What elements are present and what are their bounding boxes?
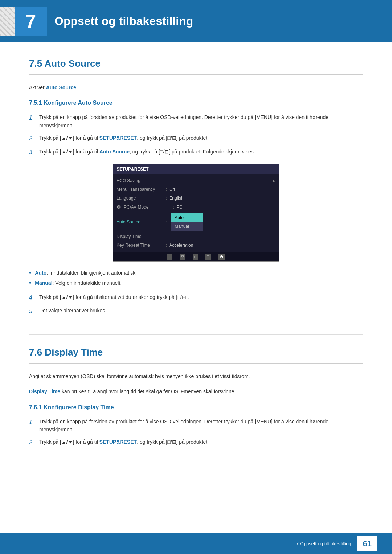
step-text-4: Trykk på [▲/▼] for å gå til alternativet… <box>39 293 189 303</box>
section-75-heading: 7.5 Auto Source <box>29 57 363 75</box>
footer-page-number: 61 <box>357 536 377 551</box>
step-76-num-2: 2 <box>29 438 35 447</box>
step-76-num-1: 1 <box>29 418 35 434</box>
step-76-text-1: Trykk på en knapp på forsiden av produkt… <box>39 418 363 434</box>
section-75: 7.5 Auto Source Aktiver Auto Source. 7.5… <box>29 57 363 316</box>
osd-menu: ECO Saving ▶ Menu Transparency : Off Lan… <box>113 174 279 252</box>
section-divider <box>29 334 363 335</box>
steps-list-75: 1 Trykk på en knapp på forsiden av produ… <box>29 113 363 157</box>
intro-suffix: . <box>76 85 78 90</box>
section-76-intro1: Angi at skjermmenyen (OSD) skal forsvinn… <box>29 372 363 380</box>
step-76-2: 2 Trykk på [▲/▼] for å gå til SETUP&RESE… <box>29 438 363 447</box>
step-75-1: 1 Trykk på en knapp på forsiden av produ… <box>29 113 363 130</box>
osd-row-pcav: ⚙ PC/AV Mode : PC <box>113 202 279 212</box>
page-footer: 7 Oppsett og tilbakestilling 61 <box>0 533 392 554</box>
main-content: 7.5 Auto Source Aktiver Auto Source. 7.5… <box>0 57 392 495</box>
header-stripe <box>0 7 15 36</box>
step-num-4: 4 <box>29 293 35 303</box>
osd-screenshot: SETUP&RESET ECO Saving ▶ Menu Transparen… <box>113 164 279 262</box>
bullet-list-75: • Auto: Inndatakilden blir gjenkjent aut… <box>29 269 363 287</box>
section-75-intro: Aktiver Auto Source. <box>29 83 363 91</box>
subsection-761-heading: 7.6.1 Konfigurere Display Time <box>29 403 363 412</box>
footer-text: 7 Oppsett og tilbakestilling <box>296 540 351 547</box>
step-text-3: Trykk på [▲/▼] for å gå til Auto Source,… <box>39 148 255 157</box>
step-75-5: 5 Det valgte alternativet brukes. <box>29 307 363 316</box>
subsection-751-heading: 7.5.1 Konfigurere Auto Source <box>29 99 363 107</box>
osd-dropdown-auto: Auto <box>171 213 203 222</box>
display-time-text: kan brukes til å angi hvor lang tid det … <box>60 389 236 394</box>
osd-row-auto-source: Auto Source : Auto Manual <box>113 212 279 232</box>
steps-list-76: 1 Trykk på en knapp på forsiden av produ… <box>29 418 363 447</box>
step-num-1: 1 <box>29 113 35 130</box>
step-76-text-2: Trykk på [▲/▼] for å gå til SETUP&RESET,… <box>39 438 209 447</box>
chapter-header: 7 Oppsett og tilbakestilling <box>0 0 392 42</box>
subsection-751: 7.5.1 Konfigurere Auto Source 1 Trykk på… <box>29 99 363 316</box>
osd-row-menu-transparency: Menu Transparency : Off <box>113 185 279 194</box>
step-text-5: Det valgte alternativet brukes. <box>39 307 106 316</box>
section-76-intro2: Display Time kan brukes til å angi hvor … <box>29 387 363 395</box>
step-75-4: 4 Trykk på [▲/▼] for å gå til alternativ… <box>29 293 363 303</box>
osd-btn-2: ▽ <box>180 254 185 260</box>
display-time-bold: Display Time <box>29 389 60 394</box>
osd-btn-1: □ <box>167 254 172 260</box>
osd-row-display-time: Display Time <box>113 232 279 241</box>
osd-btn-4: ⊟ <box>205 254 211 260</box>
step-75-2: 2 Trykk på [▲/▼] for å gå til SETUP&RESE… <box>29 134 363 143</box>
osd-title-bar: SETUP&RESET <box>113 164 279 174</box>
step-text-1: Trykk på en knapp på forsiden av produkt… <box>39 113 363 130</box>
osd-bottom-bar: □ ▽ □ ⊟ ⏻ <box>113 252 279 261</box>
subsection-761: 7.6.1 Konfigurere Display Time 1 Trykk p… <box>29 403 363 447</box>
step-75-3: 3 Trykk på [▲/▼] for å gå til Auto Sourc… <box>29 148 363 157</box>
steps-list-75b: 4 Trykk på [▲/▼] for å gå til alternativ… <box>29 293 363 316</box>
osd-btn-3: □ <box>193 254 198 260</box>
osd-btn-5: ⏻ <box>218 254 225 260</box>
chapter-number-box: 7 <box>15 7 47 36</box>
bullet-auto: • Auto: Inndatakilden blir gjenkjent aut… <box>29 269 363 277</box>
osd-dropdown: Auto Manual <box>171 213 203 231</box>
step-num-5: 5 <box>29 307 35 316</box>
osd-row-key-repeat: Key Repeat Time : Acceleration <box>113 241 279 250</box>
step-76-1: 1 Trykk på en knapp på forsiden av produ… <box>29 418 363 434</box>
osd-dropdown-manual: Manual <box>171 222 203 231</box>
chapter-title: Oppsett og tilbakestilling <box>54 12 193 30</box>
section-76-heading: 7.6 Display Time <box>29 345 363 364</box>
chapter-number: 7 <box>26 12 36 30</box>
step-text-2: Trykk på [▲/▼] for å gå til SETUP&RESET,… <box>39 134 209 143</box>
intro-prefix: Aktiver <box>29 85 46 90</box>
osd-row-language: Language : English <box>113 194 279 202</box>
intro-bold: Auto Source <box>46 85 76 90</box>
bullet-manual: • Manual: Velg en inndatakilde manuelt. <box>29 279 363 287</box>
step-num-2: 2 <box>29 134 35 143</box>
osd-row-eco: ECO Saving ▶ <box>113 176 279 185</box>
step-num-3: 3 <box>29 148 35 157</box>
section-76: 7.6 Display Time Angi at skjermmenyen (O… <box>29 345 363 447</box>
